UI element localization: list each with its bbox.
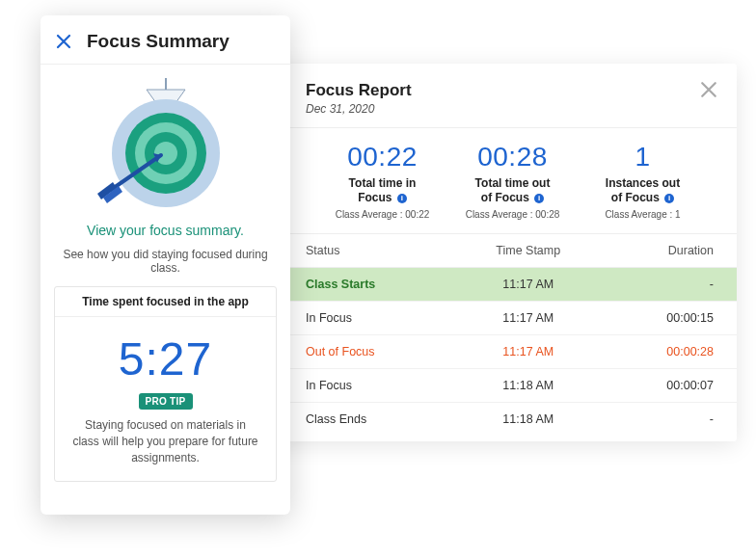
metric-time-out-focus: 00:28 Total time out of Focus i Class Av… (447, 142, 578, 220)
cell-timestamp: 11:18 AM (467, 379, 590, 392)
col-time-header: Time Stamp (467, 244, 590, 257)
view-summary-link[interactable]: View your focus summary. (40, 223, 290, 238)
close-icon[interactable] (700, 81, 717, 98)
cell-timestamp: 11:18 AM (467, 412, 590, 426)
cell-status: Class Ends (306, 412, 467, 426)
table-row: In Focus11:17 AM00:00:15 (271, 302, 737, 335)
cell-status: In Focus (306, 379, 467, 392)
metric-label: Total time out of Focus i (447, 176, 578, 205)
time-spent-box: Time spent focused in the app 5:27 PRO T… (54, 286, 277, 482)
cell-timestamp: 11:17 AM (467, 345, 590, 358)
summary-subtext: See how you did staying focused during c… (54, 248, 277, 275)
time-box-header: Time spent focused in the app (55, 287, 276, 317)
cell-duration: 00:00:07 (590, 379, 714, 392)
pro-tip-badge: PRO TIP (139, 393, 193, 410)
cell-status: In Focus (306, 311, 467, 325)
table-header: Status Time Stamp Duration (271, 234, 737, 268)
table-row: In Focus11:18 AM00:00:07 (271, 369, 737, 403)
cell-duration: 00:00:15 (590, 311, 714, 325)
metric-value: 00:28 (447, 142, 578, 172)
col-status-header: Status (306, 244, 467, 257)
table-row: Class Ends11:18 AM- (271, 403, 737, 436)
table-row: Class Starts11:17 AM- (271, 268, 737, 302)
cell-duration: 00:00:28 (590, 345, 714, 358)
metric-class-average: Class Average : 00:22 (317, 209, 447, 220)
report-title: Focus Report (306, 81, 412, 100)
info-icon[interactable]: i (397, 194, 407, 203)
metric-value: 1 (578, 142, 708, 172)
summary-header: Focus Summary (40, 15, 290, 65)
metric-class-average: Class Average : 00:28 (447, 209, 578, 220)
col-duration-header: Duration (590, 244, 714, 257)
focus-summary-card: Focus Summary View your focus (40, 15, 290, 515)
metric-class-average: Class Average : 1 (578, 209, 708, 220)
report-header: Focus Report Dec 31, 2020 (271, 64, 737, 128)
metric-label: Total time in Focus i (317, 176, 447, 205)
info-icon[interactable]: i (664, 194, 674, 203)
focus-report-card: Focus Report Dec 31, 2020 00:22 Total ti… (271, 64, 737, 441)
cell-timestamp: 11:17 AM (467, 311, 590, 325)
close-icon[interactable] (56, 34, 71, 49)
cell-duration: - (590, 412, 714, 426)
metric-instances-out: 1 Instances out of Focus i Class Average… (578, 142, 708, 220)
summary-title: Focus Summary (87, 31, 230, 52)
metrics-row: 00:22 Total time in Focus i Class Averag… (271, 128, 737, 234)
target-illustration (40, 65, 290, 219)
metric-time-in-focus: 00:22 Total time in Focus i Class Averag… (317, 142, 447, 220)
cell-timestamp: 11:17 AM (467, 278, 590, 291)
cell-status: Out of Focus (306, 345, 467, 358)
cell-status: Class Starts (306, 278, 467, 291)
metric-value: 00:22 (317, 142, 447, 172)
report-date: Dec 31, 2020 (306, 102, 412, 116)
time-focused-value: 5:27 (55, 317, 276, 393)
focus-events-table: Status Time Stamp Duration Class Starts1… (271, 234, 737, 436)
info-icon[interactable]: i (534, 194, 544, 203)
pro-tip-text: Staying focused on materials in class wi… (55, 417, 276, 481)
metric-label: Instances out of Focus i (578, 176, 708, 205)
cell-duration: - (590, 278, 714, 291)
table-row: Out of Focus11:17 AM00:00:28 (271, 335, 737, 369)
